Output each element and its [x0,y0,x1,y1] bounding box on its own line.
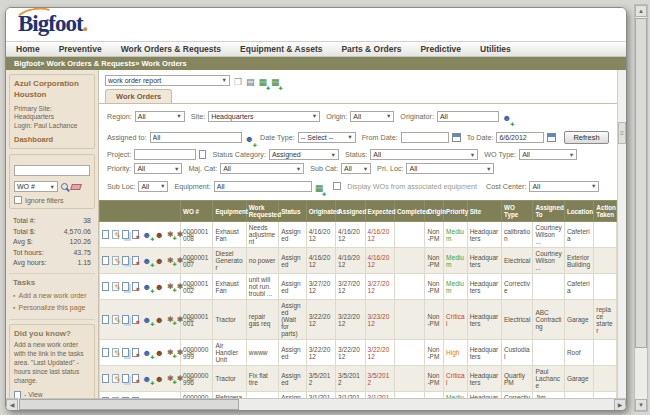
view-icon[interactable] [102,315,109,324]
nav-item-work-orders[interactable]: Work Orders & Requests [121,44,221,54]
site-select[interactable]: Headquarters▼ [208,111,320,122]
add-labor-icon[interactable] [142,256,151,266]
scroll-down-icon[interactable]: ▼ [635,399,647,411]
add-labor-icon[interactable] [142,374,151,384]
parts-icon[interactable] [177,230,184,239]
duplicate-icon[interactable] [122,230,129,239]
horizontal-scrollbar-thumb[interactable] [19,399,239,410]
to-date-calendar-icon[interactable] [547,133,556,142]
sub-loc-select[interactable]: All▼ [138,181,168,192]
dashboard-link[interactable]: Dashboard [14,135,90,144]
clear-search-icon[interactable] [70,184,82,190]
project-lookup-icon[interactable] [199,150,206,159]
email-icon[interactable] [186,230,194,240]
edit-icon[interactable] [112,282,119,291]
scrollbar-grip-icon[interactable]: ≡ [618,122,626,144]
duplicate-icon[interactable] [122,315,129,324]
email-icon[interactable] [186,282,194,292]
edit-icon[interactable] [112,256,119,265]
delete-icon[interactable] [132,282,139,291]
edit-icon[interactable] [112,374,119,383]
search-field-select[interactable]: WO #▼ [14,181,58,192]
add-parts-icon[interactable] [167,282,174,291]
export-grid-icon[interactable] [259,71,268,89]
print-icon[interactable] [246,71,255,89]
status-select[interactable]: All▼ [370,149,478,160]
page-scrollbar-thumb[interactable] [635,18,647,348]
edit-icon[interactable] [112,348,119,357]
nav-item-home[interactable]: Home [16,44,40,54]
project-input[interactable] [134,149,196,160]
horizontal-scrollbar[interactable]: ◀ ▶ [6,398,626,410]
quick-search-input[interactable] [14,165,90,176]
parts-icon[interactable] [177,256,184,265]
labor-icon[interactable] [154,256,163,266]
originator-input[interactable] [437,111,499,122]
nav-item-predictive[interactable]: Predictive [420,44,461,54]
search-icon[interactable] [61,183,68,190]
labor-icon[interactable] [154,282,163,292]
add-parts-icon[interactable] [167,374,174,383]
parts-icon[interactable] [177,374,184,383]
nav-item-parts[interactable]: Parts & Orders [341,44,401,54]
priority-select[interactable]: All▼ [134,163,182,174]
date-type-select[interactable]: -- Select --▼ [298,132,356,143]
originator-lookup-icon[interactable] [502,107,511,125]
parts-icon[interactable] [177,315,184,324]
equipment-lookup-icon[interactable] [315,177,324,195]
wo-type-select[interactable]: All▼ [519,149,577,160]
labor-icon[interactable] [154,230,163,240]
labor-icon[interactable] [154,315,163,325]
parts-icon[interactable] [177,348,184,357]
maj-cat-select[interactable]: All▼ [220,163,304,174]
edit-icon[interactable] [112,315,119,324]
duplicate-icon[interactable] [122,348,129,357]
delete-icon[interactable] [132,348,139,357]
from-date-calendar-icon[interactable] [452,133,461,142]
view-icon[interactable] [102,348,109,357]
export-grid-add-icon[interactable] [271,71,280,89]
nav-item-equipment[interactable]: Equipment & Assets [240,44,322,54]
duplicate-icon[interactable] [122,374,129,383]
view-icon[interactable] [102,282,109,291]
region-select[interactable]: All▼ [135,111,185,122]
breadcrumb[interactable]: Bigfoot» Work Orders & Requests» Work Or… [6,57,626,70]
add-labor-icon[interactable] [142,348,151,358]
delete-icon[interactable] [132,374,139,383]
ignore-filters-checkbox[interactable] [14,196,22,204]
edit-icon[interactable] [112,230,119,239]
delete-icon[interactable] [132,315,139,324]
assoc-equipment-checkbox[interactable] [333,182,341,190]
refresh-button[interactable]: Refresh [564,131,608,144]
page-vertical-scrollbar[interactable]: ▲ ▼ [634,4,648,412]
pri-loc-select[interactable]: All▼ [406,163,494,174]
cost-center-select[interactable]: All▼ [529,181,599,192]
sub-cat-select[interactable]: All▼ [341,163,371,174]
assigned-to-lookup-icon[interactable] [245,128,254,146]
view-icon[interactable] [102,374,109,383]
duplicate-icon[interactable] [122,256,129,265]
add-parts-icon[interactable] [167,315,174,324]
to-date-input[interactable] [496,132,544,143]
email-icon[interactable] [186,348,194,358]
add-parts-icon[interactable] [167,348,174,357]
table-vertical-scrollbar[interactable]: ≡ [617,70,626,398]
labor-icon[interactable] [154,348,163,358]
personalize-page-link[interactable]: Personalize this page [13,302,91,315]
view-icon[interactable] [102,256,109,265]
scroll-right-icon[interactable]: ▶ [614,399,626,411]
origin-select[interactable]: All▼ [350,111,394,122]
add-parts-icon[interactable] [167,230,174,239]
assigned-to-input[interactable] [150,132,242,143]
parts-icon[interactable] [177,282,184,291]
add-labor-icon[interactable] [142,230,151,240]
from-date-input[interactable] [401,132,449,143]
view-icon[interactable] [102,230,109,239]
tab-work-orders[interactable]: Work Orders [105,89,172,103]
add-labor-icon[interactable] [142,282,151,292]
duplicate-icon[interactable] [122,282,129,291]
scroll-up-icon[interactable]: ▲ [635,5,647,17]
labor-icon[interactable] [154,374,163,384]
email-icon[interactable] [186,256,194,266]
scroll-left-icon[interactable]: ◀ [6,399,18,411]
